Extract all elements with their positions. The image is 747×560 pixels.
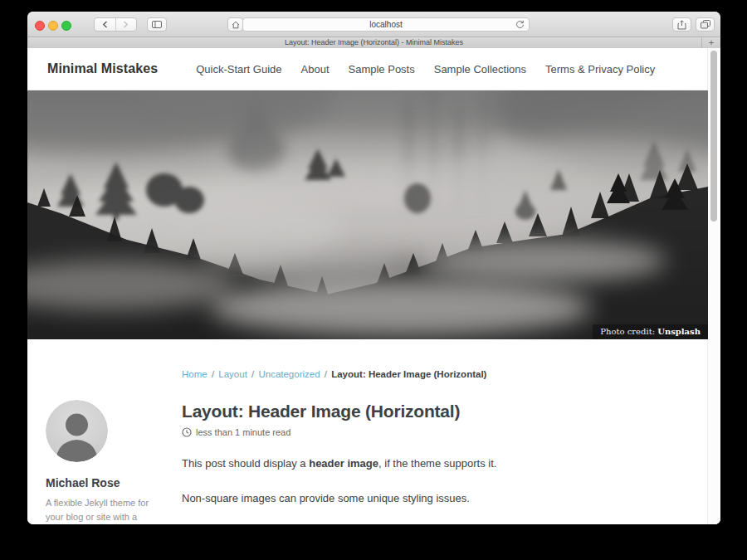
back-button[interactable] (95, 21, 115, 28)
back-forward-control (94, 17, 137, 32)
address-bar[interactable]: localhost (242, 17, 530, 32)
site-masthead: Minimal Mistakes Quick-Start Guide About… (27, 48, 708, 90)
paragraph-1: This post should display a header image,… (182, 455, 675, 472)
minimize-window-button[interactable] (48, 21, 58, 31)
breadcrumb-separator: / (325, 369, 327, 379)
chevron-right-icon (123, 21, 129, 28)
close-window-button[interactable] (35, 21, 45, 31)
webpage: Minimal Mistakes Quick-Start Guide About… (27, 48, 708, 524)
new-tab-button[interactable]: + (701, 37, 720, 48)
nav-item-sample-posts[interactable]: Sample Posts (349, 63, 415, 75)
site-title-link[interactable]: Minimal Mistakes (47, 61, 158, 76)
paragraph-1-bold: header image (309, 457, 378, 470)
tabs-icon (701, 20, 710, 29)
viewport: Minimal Mistakes Quick-Start Guide About… (27, 48, 720, 524)
author-name: Michael Rose (46, 476, 172, 489)
browser-window: localhost Layout: Header Image ( (27, 12, 720, 524)
author-sidebar: Michael Rose A flexible Jekyll theme for… (46, 339, 172, 524)
share-icon (677, 20, 686, 30)
author-bio: A flexible Jekyll theme for your blog or… (46, 496, 164, 524)
home-icon (232, 21, 240, 29)
read-time-label: less than 1 minute read (196, 427, 290, 437)
article-main: Home / Layout / Uncategorized / Layout: … (182, 339, 675, 524)
clock-icon (182, 427, 192, 437)
site-nav: Quick-Start Guide About Sample Posts Sam… (196, 63, 655, 75)
share-button[interactable] (672, 17, 691, 32)
page-title: Layout: Header Image (Horizontal) (182, 402, 675, 421)
page-body: Michael Rose A flexible Jekyll theme for… (27, 339, 708, 524)
forward-button[interactable] (116, 21, 137, 28)
breadcrumb: Home / Layout / Uncategorized / Layout: … (182, 369, 675, 379)
paragraph-1-text: This post should display a (182, 457, 309, 470)
nav-item-about[interactable]: About (301, 63, 330, 75)
reload-button[interactable] (515, 20, 525, 29)
chevron-left-icon (102, 21, 108, 28)
zoom-window-button[interactable] (61, 21, 71, 31)
read-time: less than 1 minute read (182, 427, 675, 437)
header-image: Photo credit: Unsplash (27, 90, 708, 339)
tab-overview-button[interactable] (696, 17, 715, 32)
paragraph-2: Non-square images can provide some uniqu… (182, 490, 675, 507)
breadcrumb-current: Layout: Header Image (Horizontal) (331, 369, 486, 379)
avatar (46, 400, 108, 462)
paragraph-1-tail: , if the theme supports it. (378, 457, 496, 470)
caption-prefix: Photo credit: (600, 327, 657, 336)
nav-item-sample-collections[interactable]: Sample Collections (434, 63, 526, 75)
image-caption: Photo credit: Unsplash (593, 324, 708, 339)
breadcrumb-separator: / (212, 369, 214, 379)
url-text: localhost (369, 20, 402, 29)
active-tab[interactable]: Layout: Header Image (Horizontal) - Mini… (285, 38, 463, 46)
avatar-silhouette-icon (46, 400, 108, 462)
nav-item-terms-privacy[interactable]: Terms & Privacy Policy (545, 63, 655, 75)
nav-item-quick-start-guide[interactable]: Quick-Start Guide (196, 63, 281, 75)
tab-bar: Layout: Header Image (Horizontal) - Mini… (27, 37, 720, 49)
breadcrumb-uncategorized-link[interactable]: Uncategorized (258, 369, 320, 379)
reload-icon (515, 20, 525, 29)
browser-toolbar: localhost (27, 12, 720, 37)
foggy-forest-photo (27, 90, 708, 339)
sidebar-toggle-button[interactable] (147, 17, 167, 32)
scrollbar-track[interactable] (707, 48, 720, 524)
sidebar-icon (152, 21, 162, 28)
breadcrumb-home-link[interactable]: Home (182, 369, 208, 379)
home-button[interactable] (227, 17, 243, 32)
breadcrumb-separator: / (251, 369, 254, 379)
caption-credit-link[interactable]: Unsplash (657, 327, 701, 336)
scrollbar-thumb[interactable] (710, 51, 717, 222)
breadcrumb-layout-link[interactable]: Layout (218, 369, 247, 379)
